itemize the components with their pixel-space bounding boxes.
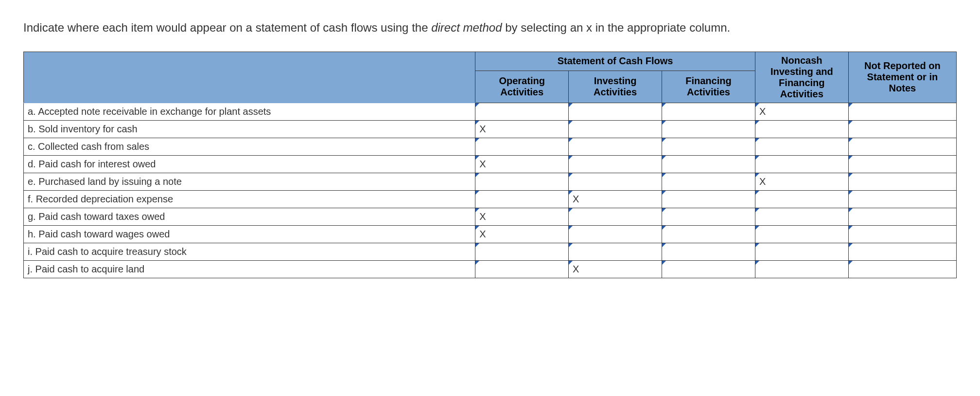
answer-value: [662, 108, 755, 114]
answer-cell-financing[interactable]: [662, 103, 755, 120]
answer-cell-noncash[interactable]: [755, 225, 848, 243]
answer-cell-operating[interactable]: [475, 103, 569, 120]
answer-value: [849, 179, 956, 184]
answer-cell-operating[interactable]: X: [475, 120, 569, 138]
table-row: g. Paid cash toward taxes owedX: [24, 208, 957, 225]
header-operating: Operating Activities: [475, 71, 569, 103]
dropdown-marker-icon: [755, 261, 759, 265]
dropdown-marker-icon: [662, 191, 666, 195]
dropdown-marker-icon: [662, 103, 666, 107]
answer-value: [662, 266, 755, 272]
answer-cell-operating[interactable]: X: [475, 225, 569, 243]
answer-cell-investing[interactable]: [569, 225, 662, 243]
answer-cell-notreported[interactable]: [848, 225, 956, 243]
dropdown-marker-icon: [849, 191, 853, 195]
answer-value: [569, 231, 662, 237]
table-row: a. Accepted note receivable in exchange …: [24, 103, 957, 120]
answer-cell-operating[interactable]: [475, 138, 569, 155]
answer-cell-operating[interactable]: [475, 243, 569, 260]
dropdown-marker-icon: [662, 226, 666, 230]
dropdown-marker-icon: [569, 138, 573, 142]
answer-value: [662, 144, 755, 149]
answer-cell-notreported[interactable]: [848, 243, 956, 260]
answer-cell-investing[interactable]: [569, 243, 662, 260]
item-label: h. Paid cash toward wages owed: [24, 225, 475, 243]
answer-value: [662, 179, 755, 184]
answer-cell-operating[interactable]: [475, 173, 569, 190]
answer-cell-operating[interactable]: X: [475, 155, 569, 173]
answer-cell-financing[interactable]: [662, 155, 755, 173]
answer-cell-financing[interactable]: [662, 225, 755, 243]
answer-cell-notreported[interactable]: [848, 103, 956, 120]
answer-cell-operating[interactable]: [475, 260, 569, 278]
answer-cell-financing[interactable]: [662, 173, 755, 190]
answer-cell-notreported[interactable]: [848, 173, 956, 190]
table-row: c. Collected cash from sales: [24, 138, 957, 155]
dropdown-marker-icon: [569, 226, 573, 230]
dropdown-marker-icon: [475, 191, 479, 195]
dropdown-marker-icon: [662, 208, 666, 212]
dropdown-marker-icon: [755, 243, 759, 247]
dropdown-marker-icon: [475, 226, 479, 230]
instructions-pre: Indicate where each item would appear on…: [23, 21, 431, 34]
answer-cell-noncash[interactable]: X: [755, 103, 848, 120]
answer-cell-notreported[interactable]: [848, 260, 956, 278]
answer-cell-noncash[interactable]: X: [755, 173, 848, 190]
header-financing: Financing Activities: [662, 71, 755, 103]
answer-cell-investing[interactable]: [569, 173, 662, 190]
answer-cell-financing[interactable]: [662, 208, 755, 225]
answer-cell-investing[interactable]: [569, 103, 662, 120]
dropdown-marker-icon: [569, 208, 573, 212]
answer-cell-investing[interactable]: [569, 155, 662, 173]
answer-cell-financing[interactable]: [662, 243, 755, 260]
header-group-statement: Statement of Cash Flows: [475, 52, 755, 71]
answer-cell-notreported[interactable]: [848, 138, 956, 155]
answer-cell-operating[interactable]: [475, 190, 569, 208]
answer-value: [849, 249, 956, 254]
cash-flows-table: Statement of Cash Flows Noncash Investin…: [23, 52, 957, 278]
answer-cell-noncash[interactable]: [755, 260, 848, 278]
answer-value: [662, 126, 755, 132]
answer-cell-noncash[interactable]: [755, 120, 848, 138]
dropdown-marker-icon: [849, 243, 853, 247]
answer-cell-financing[interactable]: [662, 190, 755, 208]
answer-cell-investing[interactable]: [569, 138, 662, 155]
dropdown-marker-icon: [475, 173, 479, 177]
dropdown-marker-icon: [755, 226, 759, 230]
dropdown-marker-icon: [569, 121, 573, 125]
answer-cell-notreported[interactable]: [848, 190, 956, 208]
item-label: g. Paid cash toward taxes owed: [24, 208, 475, 225]
answer-value: [475, 144, 568, 149]
answer-cell-notreported[interactable]: [848, 120, 956, 138]
header-noncash: Noncash Investing and Financing Activiti…: [755, 52, 848, 103]
answer-cell-investing[interactable]: [569, 120, 662, 138]
answer-cell-noncash[interactable]: [755, 138, 848, 155]
answer-value: [755, 231, 848, 237]
answer-cell-noncash[interactable]: [755, 243, 848, 260]
dropdown-marker-icon: [569, 191, 573, 195]
answer-value: X: [755, 103, 848, 120]
dropdown-marker-icon: [569, 103, 573, 107]
answer-cell-noncash[interactable]: [755, 155, 848, 173]
answer-value: X: [475, 156, 568, 173]
answer-value: [662, 231, 755, 237]
answer-value: [475, 266, 568, 272]
answer-cell-notreported[interactable]: [848, 208, 956, 225]
answer-value: X: [475, 208, 568, 225]
dropdown-marker-icon: [569, 243, 573, 247]
answer-value: [755, 161, 848, 167]
answer-cell-financing[interactable]: [662, 260, 755, 278]
dropdown-marker-icon: [849, 261, 853, 265]
dropdown-marker-icon: [662, 138, 666, 142]
answer-cell-notreported[interactable]: [848, 155, 956, 173]
answer-cell-investing[interactable]: X: [569, 190, 662, 208]
answer-cell-noncash[interactable]: [755, 208, 848, 225]
answer-cell-financing[interactable]: [662, 138, 755, 155]
answer-cell-investing[interactable]: X: [569, 260, 662, 278]
answer-cell-financing[interactable]: [662, 120, 755, 138]
answer-cell-operating[interactable]: X: [475, 208, 569, 225]
answer-cell-noncash[interactable]: [755, 190, 848, 208]
answer-value: [849, 214, 956, 219]
answer-value: [755, 144, 848, 149]
answer-cell-investing[interactable]: [569, 208, 662, 225]
